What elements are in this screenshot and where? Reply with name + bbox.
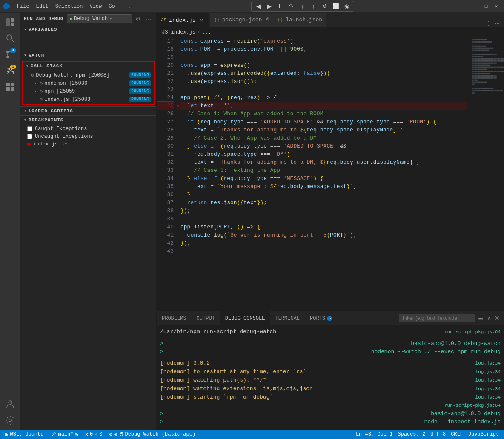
- panel-tab-terminal[interactable]: TERMINAL: [270, 311, 305, 326]
- variables-header[interactable]: ▾ VARIABLES: [20, 25, 156, 34]
- menu-selection[interactable]: Selection: [53, 3, 86, 10]
- caught-exceptions-checkbox[interactable]: [27, 126, 32, 131]
- debug-restart-btn[interactable]: ↺: [320, 2, 330, 11]
- callstack-item-0[interactable]: ⚙ Debug Watch: npm [25008] RUNNING: [23, 71, 154, 79]
- expand-icon-1: ▾: [34, 81, 37, 86]
- debug-back-btn[interactable]: ◀: [253, 2, 263, 11]
- debug-more-btn[interactable]: ···: [144, 14, 153, 23]
- code-line-43: [180, 247, 467, 255]
- callstack-status-0: RUNNING: [129, 72, 151, 78]
- console-prompt-10: >: [160, 418, 163, 426]
- debug-session-label: ⚙ 5: [114, 431, 123, 438]
- debug-forward-btn[interactable]: ▶: [264, 2, 275, 11]
- breakpoint-filename: index.js: [33, 141, 58, 147]
- config-selector[interactable]: ▶ Debug Watch ▾: [67, 14, 132, 23]
- activity-bottom: [3, 396, 18, 430]
- ln-41: 41: [157, 231, 174, 239]
- status-cursor[interactable]: Ln 43, Col 1: [354, 431, 394, 437]
- watch-section: ▾ WATCH: [20, 51, 156, 60]
- console-ref-5[interactable]: log.js:34: [475, 376, 501, 385]
- status-encoding[interactable]: UTF-8: [429, 431, 447, 437]
- status-line-endings[interactable]: CRLF: [449, 431, 465, 437]
- status-language[interactable]: JavaScript: [467, 431, 501, 437]
- tab-package-json[interactable]: {} package.json M: [210, 13, 273, 27]
- panel-filter-input[interactable]: [399, 314, 475, 322]
- callstack-header[interactable]: ▾ CALL STACK: [23, 62, 154, 70]
- panel-tab-debug-console[interactable]: DEBUG CONSOLE: [220, 311, 270, 326]
- window-close-btn[interactable]: ✕: [492, 3, 501, 10]
- svg-rect-1: [11, 18, 14, 22]
- indexjs-breakpoint-item: index.js 25: [24, 140, 153, 148]
- console-ref-6[interactable]: log.js:34: [475, 385, 501, 393]
- activity-debug[interactable]: 1: [3, 63, 18, 78]
- titlebar-left: File Edit Selection View Go ...: [3, 3, 133, 10]
- window-maximize-btn[interactable]: □: [482, 3, 490, 10]
- breakpoints-header[interactable]: ▾ BREAKPOINTS: [20, 116, 156, 124]
- console-output[interactable]: /usr/bin/npm run-script debug-watch run-…: [157, 326, 504, 430]
- code-area[interactable]: const express = require('express'); cons…: [177, 37, 470, 311]
- status-branch[interactable]: ⎇ main* ↻: [49, 431, 80, 438]
- callstack-item-1[interactable]: ▾ ⚙ nodemon [25036] RUNNING: [23, 79, 154, 87]
- panel-tab-ports[interactable]: PORTS 5: [305, 311, 338, 326]
- debug-step-out-btn[interactable]: ↑: [309, 2, 319, 11]
- console-ref-8[interactable]: run-script-pkg.js:64: [444, 402, 501, 410]
- ln-43: 43: [157, 247, 174, 255]
- panel-clear-btn[interactable]: ☰: [477, 314, 484, 322]
- sidebar: RUN AND DEBUG ▶ Debug Watch ▾ ⚙ ··· ▾ VA…: [20, 13, 157, 430]
- debug-settings-btn[interactable]: ⚙: [134, 14, 143, 23]
- tab-close-index-js[interactable]: ✕: [198, 17, 205, 23]
- status-spaces[interactable]: Spaces: 2: [396, 431, 427, 437]
- split-editor-btn[interactable]: ⋮: [484, 19, 492, 27]
- menu-view[interactable]: View: [87, 3, 104, 10]
- console-text-3: [nodemon] 3.0.2: [160, 359, 210, 367]
- debug-step-into-btn[interactable]: ↓: [298, 2, 308, 11]
- activity-settings[interactable]: [3, 413, 18, 428]
- console-ref-4[interactable]: log.js:34: [475, 368, 501, 376]
- svg-rect-11: [6, 83, 10, 86]
- panel-scroll-up-btn[interactable]: ∧: [486, 314, 492, 322]
- callstack-item-1-left: ▾ ⚙ nodemon [25036]: [34, 80, 90, 86]
- debug-step-over-btn[interactable]: ↷: [286, 2, 297, 11]
- debug-stop-btn[interactable]: ⬜: [331, 2, 341, 11]
- activity-source-control[interactable]: 4: [3, 47, 18, 62]
- status-debug[interactable]: ⚙ ⚙ 5 Debug Watch (basic-app): [108, 431, 198, 438]
- loaded-scripts-header[interactable]: › LOADED SCRIPTS: [20, 107, 156, 115]
- uncaught-exceptions-item: Uncaught Exceptions: [24, 133, 153, 140]
- watch-chevron-icon: ▾: [24, 53, 27, 58]
- panel-tab-problems[interactable]: PROBLEMS: [157, 311, 192, 326]
- tab-label-index-js: index.js: [169, 17, 195, 23]
- callstack-item-3[interactable]: ⚙ index.js [25083] RUNNING: [23, 95, 154, 103]
- activity-explorer[interactable]: [3, 14, 18, 30]
- code-line-39: [180, 215, 467, 223]
- debug-pause-btn[interactable]: ⏸: [275, 2, 286, 11]
- activity-account[interactable]: [3, 396, 18, 412]
- tab-index-js[interactable]: JS index.js ✕: [157, 13, 210, 27]
- console-line-10: > node --inspect index.js: [160, 418, 501, 426]
- sidebar-sections: ▾ VARIABLES ▾ WATCH ▾ CALL STACK: [20, 25, 156, 430]
- console-ref-3[interactable]: log.js:34: [475, 359, 501, 368]
- panel-tab-output[interactable]: OUTPUT: [192, 311, 220, 326]
- console-prompt-9: >: [160, 410, 163, 418]
- callstack-item-2[interactable]: ▾ ⚙ npm [25059] RUNNING: [23, 87, 154, 95]
- tab-launch-json[interactable]: {} launch.json: [273, 13, 327, 27]
- callstack-item-0-left: ⚙ Debug Watch: npm [25008]: [31, 72, 109, 78]
- menu-file[interactable]: File: [14, 3, 32, 10]
- console-prompt-1: >: [160, 339, 163, 348]
- debug-breakpoints-btn[interactable]: ◉: [342, 2, 352, 11]
- uncaught-exceptions-checkbox[interactable]: [27, 134, 32, 139]
- activity-search[interactable]: [3, 31, 18, 46]
- status-wsl[interactable]: ⊞ WSL: Ubuntu: [3, 431, 45, 438]
- activity-extensions[interactable]: [3, 79, 18, 94]
- panel-close-btn[interactable]: ✕: [494, 314, 501, 322]
- code-line-40: app.listen(PORT, () => {: [180, 223, 467, 231]
- watch-header[interactable]: ▾ WATCH: [20, 51, 156, 60]
- console-ref-0[interactable]: run-script-pkg.js:64: [444, 328, 501, 336]
- menu-go[interactable]: Go: [106, 3, 117, 10]
- tabs-more-btn[interactable]: ···: [494, 19, 501, 27]
- console-ref-7[interactable]: log.js:34: [475, 393, 501, 402]
- console-text-5: [nodemon] watching path(s): **/*: [160, 376, 266, 384]
- menu-edit[interactable]: Edit: [34, 3, 51, 10]
- status-errors[interactable]: ✕ 0 ⚠ 0: [83, 431, 104, 438]
- menu-more[interactable]: ...: [119, 3, 134, 10]
- window-minimize-btn[interactable]: ─: [472, 3, 480, 10]
